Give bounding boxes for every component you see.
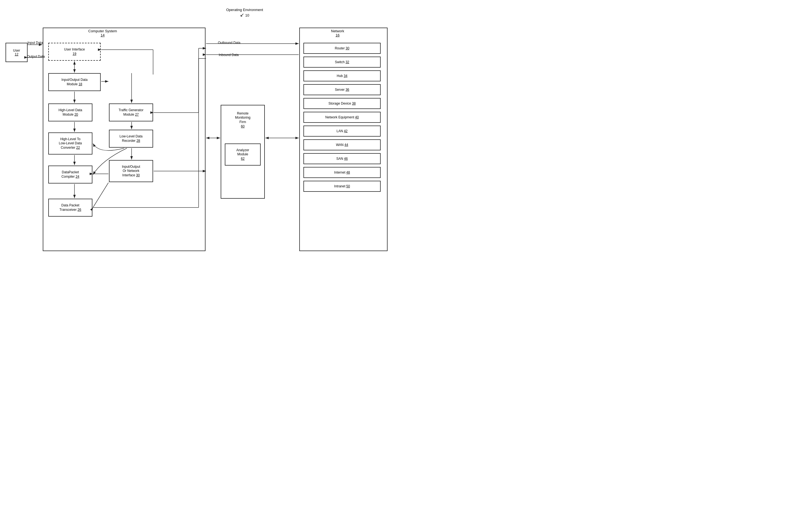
hub-label: Hub 34 — [337, 74, 348, 78]
high-level-data-box: High-Level DataModule 20 — [48, 103, 92, 121]
io-data-module-label: Input/Output DataModule 18 — [61, 78, 88, 87]
network-equipment-box: Network Equipment 40 — [304, 112, 381, 123]
network-intranet-box: Intranet 50 — [304, 181, 381, 192]
input-data-label: Input Data — [27, 41, 43, 45]
outbound-data-label: Outbound Data — [218, 41, 240, 45]
operating-environment-label: Operating Environment ↙ 10 — [226, 8, 263, 18]
op-env-text: Operating Environment — [226, 8, 263, 12]
intranet-label: Intranet 50 — [334, 184, 350, 188]
io-network-interface-box: Input/OutputOr NetworkInterface 30 — [109, 160, 153, 182]
network-internet-box: Internet 48 — [304, 167, 381, 178]
router-label: Router 30 — [335, 46, 349, 50]
data-packet-transceiver-label: Data PacketTransceiver 26 — [60, 203, 81, 212]
user-interface-box: User Interface19 — [48, 43, 101, 61]
inbound-data-label: Inbound Data — [219, 53, 238, 57]
net-equipment-label: Network Equipment 40 — [325, 115, 359, 119]
output-data-label: Output Data — [27, 55, 45, 58]
input-data-text: Input Data — [27, 41, 43, 45]
converter-box: High-Level ToLow-Level DataConverter 22 — [48, 132, 92, 154]
network-storage-box: Storage Device 38 — [304, 98, 381, 109]
remote-monitoring-firm-label: RemoteMonitoringFirm60 — [224, 108, 262, 132]
traffic-gen-box: Traffic GeneratorModule 27 — [109, 103, 153, 121]
inbound-data-text: Inbound Data — [219, 53, 238, 57]
network-router-box: Router 30 — [304, 43, 381, 54]
computer-system-number: 14 — [101, 33, 104, 37]
user-box: User12 — [5, 43, 27, 62]
server-label: Server 36 — [335, 88, 349, 92]
low-level-recorder-label: Low-Level DataRecorder 28 — [119, 134, 142, 143]
output-data-text: Output Data — [27, 55, 45, 58]
lan-label: LAN 42 — [336, 129, 348, 133]
data-packet-transceiver-box: Data PacketTransceiver 26 — [48, 199, 92, 216]
io-network-interface-label: Input/OutputOr NetworkInterface 30 — [122, 165, 140, 178]
internet-label: Internet 48 — [334, 171, 350, 174]
io-data-module-box: Input/Output DataModule 18 — [48, 73, 101, 91]
network-number: 16 — [336, 33, 340, 37]
datapacket-compiler-label: DataPacketCompiler 24 — [61, 170, 79, 179]
network-title: Network16 — [331, 29, 344, 37]
high-level-data-label: High-Level DataModule 20 — [58, 108, 82, 117]
analyzer-module-box: AnalyzerModule62 — [225, 144, 261, 166]
datapacket-compiler-box: DataPacketCompiler 24 — [48, 166, 92, 184]
switch-label: Switch 32 — [335, 60, 349, 64]
outbound-data-text: Outbound Data — [218, 41, 240, 45]
low-level-recorder-box: Low-Level DataRecorder 28 — [109, 130, 153, 148]
san-label: SAN 46 — [336, 157, 348, 160]
wan-label: WAN 44 — [336, 143, 348, 147]
converter-label: High-Level ToLow-Level DataConverter 22 — [59, 137, 82, 150]
network-switch-box: Switch 32 — [304, 57, 381, 68]
remote-firm-text: RemoteMonitoringFirm60 — [235, 112, 250, 129]
diagram-container: Operating Environment ↙ 10 User12 Comput… — [0, 0, 395, 266]
network-san-box: SAN 46 — [304, 153, 381, 164]
network-lan-box: LAN 42 — [304, 126, 381, 137]
analyzer-module-label: AnalyzerModule62 — [236, 148, 249, 161]
storage-label: Storage Device 38 — [329, 101, 356, 106]
user-label: User12 — [13, 49, 20, 56]
user-interface-label: User Interface19 — [64, 48, 85, 56]
op-env-number: 10 — [245, 13, 249, 17]
user-number: 12 — [15, 53, 18, 56]
computer-system-title: Computer System14 — [88, 29, 117, 37]
network-hub-box: Hub 34 — [304, 70, 381, 81]
network-wan-box: WAN 44 — [304, 139, 381, 150]
network-server-box: Server 36 — [304, 84, 381, 95]
traffic-gen-label: Traffic GeneratorModule 27 — [119, 108, 143, 117]
